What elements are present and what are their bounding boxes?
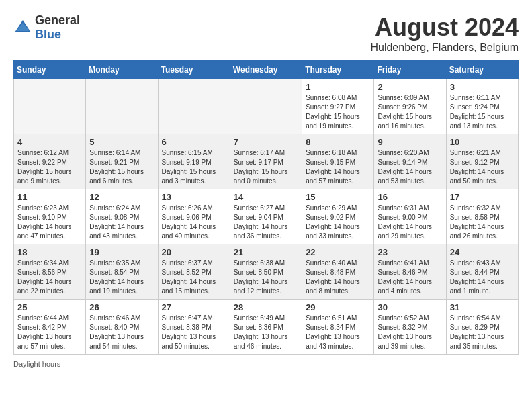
calendar-cell-20: 20Sunrise: 6:37 AMSunset: 8:52 PMDayligh… bbox=[158, 244, 230, 300]
header-thursday: Thursday bbox=[302, 61, 374, 79]
header-saturday: Saturday bbox=[446, 61, 518, 79]
day-info: Sunrise: 6:41 AMSunset: 8:46 PMDaylight:… bbox=[378, 259, 442, 296]
week-row-5: 25Sunrise: 6:44 AMSunset: 8:42 PMDayligh… bbox=[14, 300, 519, 355]
calendar-cell-23: 23Sunrise: 6:41 AMSunset: 8:46 PMDayligh… bbox=[374, 244, 446, 300]
calendar-cell-3: 3Sunrise: 6:11 AMSunset: 9:24 PMDaylight… bbox=[446, 79, 518, 134]
calendar-cell-11: 11Sunrise: 6:23 AMSunset: 9:10 PMDayligh… bbox=[14, 189, 86, 244]
calendar-cell-9: 9Sunrise: 6:20 AMSunset: 9:14 PMDaylight… bbox=[374, 134, 446, 189]
logo: General Blue bbox=[13, 13, 80, 42]
day-number: 24 bbox=[450, 247, 515, 257]
calendar-cell-30: 30Sunrise: 6:52 AMSunset: 8:32 PMDayligh… bbox=[374, 300, 446, 355]
calendar-cell-16: 16Sunrise: 6:31 AMSunset: 9:00 PMDayligh… bbox=[374, 189, 446, 244]
week-row-3: 11Sunrise: 6:23 AMSunset: 9:10 PMDayligh… bbox=[14, 189, 519, 244]
calendar-cell-8: 8Sunrise: 6:18 AMSunset: 9:15 PMDaylight… bbox=[302, 134, 374, 189]
day-number: 20 bbox=[162, 247, 226, 257]
calendar-cell-27: 27Sunrise: 6:47 AMSunset: 8:38 PMDayligh… bbox=[158, 300, 230, 355]
calendar-cell-7: 7Sunrise: 6:17 AMSunset: 9:17 PMDaylight… bbox=[230, 134, 302, 189]
day-number: 25 bbox=[17, 302, 82, 312]
day-number: 14 bbox=[234, 192, 298, 202]
day-number: 17 bbox=[450, 192, 515, 202]
day-number: 10 bbox=[450, 137, 515, 147]
day-info: Sunrise: 6:18 AMSunset: 9:15 PMDaylight:… bbox=[306, 148, 370, 186]
header-friday: Friday bbox=[374, 61, 446, 79]
calendar-cell-empty bbox=[158, 79, 230, 134]
day-number: 5 bbox=[89, 137, 154, 147]
page-header: General Blue August 2024 Huldenberg, Fla… bbox=[13, 13, 519, 54]
calendar-cell-21: 21Sunrise: 6:38 AMSunset: 8:50 PMDayligh… bbox=[230, 244, 302, 300]
calendar-cell-4: 4Sunrise: 6:12 AMSunset: 9:22 PMDaylight… bbox=[14, 134, 86, 189]
day-number: 12 bbox=[89, 192, 154, 202]
day-info: Sunrise: 6:35 AMSunset: 8:54 PMDaylight:… bbox=[89, 259, 154, 296]
day-info: Sunrise: 6:24 AMSunset: 9:08 PMDaylight:… bbox=[89, 203, 154, 241]
week-row-2: 4Sunrise: 6:12 AMSunset: 9:22 PMDaylight… bbox=[14, 134, 519, 189]
day-info: Sunrise: 6:15 AMSunset: 9:19 PMDaylight:… bbox=[162, 148, 226, 186]
svg-marker-1 bbox=[16, 23, 30, 31]
calendar-cell-22: 22Sunrise: 6:40 AMSunset: 8:48 PMDayligh… bbox=[302, 244, 374, 300]
header-monday: Monday bbox=[86, 61, 158, 79]
day-info: Sunrise: 6:47 AMSunset: 8:38 PMDaylight:… bbox=[162, 314, 226, 351]
day-info: Sunrise: 6:46 AMSunset: 8:40 PMDaylight:… bbox=[89, 314, 154, 351]
day-info: Sunrise: 6:52 AMSunset: 8:32 PMDaylight:… bbox=[378, 314, 442, 351]
day-info: Sunrise: 6:49 AMSunset: 8:36 PMDaylight:… bbox=[234, 314, 298, 351]
week-row-1: 1Sunrise: 6:08 AMSunset: 9:27 PMDaylight… bbox=[14, 79, 519, 134]
day-number: 28 bbox=[234, 302, 298, 312]
day-number: 31 bbox=[450, 302, 515, 312]
generalblue-logo-icon bbox=[13, 19, 32, 34]
month-year-title: August 2024 bbox=[370, 13, 519, 42]
day-info: Sunrise: 6:11 AMSunset: 9:24 PMDaylight:… bbox=[450, 93, 515, 131]
day-info: Sunrise: 6:43 AMSunset: 8:44 PMDaylight:… bbox=[450, 259, 515, 296]
day-info: Sunrise: 6:31 AMSunset: 9:00 PMDaylight:… bbox=[378, 203, 442, 241]
day-number: 8 bbox=[306, 137, 370, 147]
day-number: 1 bbox=[306, 82, 370, 92]
calendar-table: SundayMondayTuesdayWednesdayThursdayFrid… bbox=[13, 60, 519, 355]
calendar-cell-17: 17Sunrise: 6:32 AMSunset: 8:58 PMDayligh… bbox=[446, 189, 518, 244]
day-info: Sunrise: 6:34 AMSunset: 8:56 PMDaylight:… bbox=[17, 259, 82, 296]
day-info: Sunrise: 6:44 AMSunset: 8:42 PMDaylight:… bbox=[17, 314, 82, 351]
calendar-cell-13: 13Sunrise: 6:26 AMSunset: 9:06 PMDayligh… bbox=[158, 189, 230, 244]
calendar-cell-25: 25Sunrise: 6:44 AMSunset: 8:42 PMDayligh… bbox=[14, 300, 86, 355]
calendar-cell-empty bbox=[14, 79, 86, 134]
title-area: August 2024 Huldenberg, Flanders, Belgiu… bbox=[370, 13, 519, 54]
calendar-cell-1: 1Sunrise: 6:08 AMSunset: 9:27 PMDaylight… bbox=[302, 79, 374, 134]
logo-blue: Blue bbox=[35, 28, 61, 41]
calendar-cell-31: 31Sunrise: 6:54 AMSunset: 8:29 PMDayligh… bbox=[446, 300, 518, 355]
day-info: Sunrise: 6:51 AMSunset: 8:34 PMDaylight:… bbox=[306, 314, 370, 351]
calendar-cell-empty bbox=[230, 79, 302, 134]
calendar-cell-5: 5Sunrise: 6:14 AMSunset: 9:21 PMDaylight… bbox=[86, 134, 158, 189]
day-number: 11 bbox=[17, 192, 82, 202]
day-info: Sunrise: 6:54 AMSunset: 8:29 PMDaylight:… bbox=[450, 314, 515, 351]
day-info: Sunrise: 6:40 AMSunset: 8:48 PMDaylight:… bbox=[306, 259, 370, 296]
calendar-cell-18: 18Sunrise: 6:34 AMSunset: 8:56 PMDayligh… bbox=[14, 244, 86, 300]
day-number: 23 bbox=[378, 247, 442, 257]
day-info: Sunrise: 6:20 AMSunset: 9:14 PMDaylight:… bbox=[378, 148, 442, 186]
day-info: Sunrise: 6:08 AMSunset: 9:27 PMDaylight:… bbox=[306, 93, 370, 131]
day-info: Sunrise: 6:27 AMSunset: 9:04 PMDaylight:… bbox=[234, 203, 298, 241]
footer-daylight-label: Daylight hours bbox=[13, 360, 519, 368]
calendar-cell-2: 2Sunrise: 6:09 AMSunset: 9:26 PMDaylight… bbox=[374, 79, 446, 134]
day-number: 29 bbox=[306, 302, 370, 312]
day-number: 27 bbox=[162, 302, 226, 312]
day-number: 26 bbox=[89, 302, 154, 312]
logo-text: General Blue bbox=[35, 13, 80, 42]
day-info: Sunrise: 6:12 AMSunset: 9:22 PMDaylight:… bbox=[17, 148, 82, 186]
day-info: Sunrise: 6:38 AMSunset: 8:50 PMDaylight:… bbox=[234, 259, 298, 296]
header-tuesday: Tuesday bbox=[158, 61, 230, 79]
calendar-cell-24: 24Sunrise: 6:43 AMSunset: 8:44 PMDayligh… bbox=[446, 244, 518, 300]
calendar-cell-12: 12Sunrise: 6:24 AMSunset: 9:08 PMDayligh… bbox=[86, 189, 158, 244]
day-number: 2 bbox=[378, 82, 442, 92]
day-info: Sunrise: 6:32 AMSunset: 8:58 PMDaylight:… bbox=[450, 203, 515, 241]
day-number: 21 bbox=[234, 247, 298, 257]
logo-general: General bbox=[35, 13, 80, 27]
header-sunday: Sunday bbox=[14, 61, 86, 79]
day-number: 7 bbox=[234, 137, 298, 147]
calendar-cell-14: 14Sunrise: 6:27 AMSunset: 9:04 PMDayligh… bbox=[230, 189, 302, 244]
calendar-cell-26: 26Sunrise: 6:46 AMSunset: 8:40 PMDayligh… bbox=[86, 300, 158, 355]
location-subtitle: Huldenberg, Flanders, Belgium bbox=[370, 42, 519, 54]
day-number: 22 bbox=[306, 247, 370, 257]
day-info: Sunrise: 6:37 AMSunset: 8:52 PMDaylight:… bbox=[162, 259, 226, 296]
calendar-cell-19: 19Sunrise: 6:35 AMSunset: 8:54 PMDayligh… bbox=[86, 244, 158, 300]
day-info: Sunrise: 6:09 AMSunset: 9:26 PMDaylight:… bbox=[378, 93, 442, 131]
day-number: 19 bbox=[89, 247, 154, 257]
calendar-cell-10: 10Sunrise: 6:21 AMSunset: 9:12 PMDayligh… bbox=[446, 134, 518, 189]
day-number: 16 bbox=[378, 192, 442, 202]
